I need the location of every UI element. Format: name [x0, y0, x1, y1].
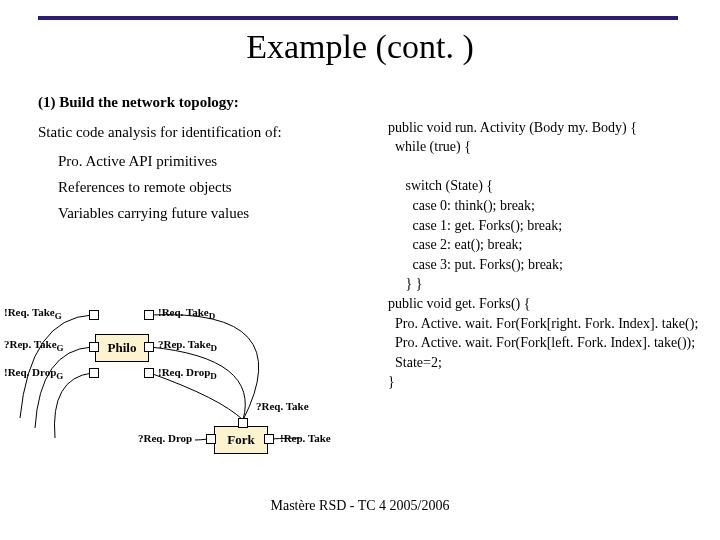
- code-line: State=2;: [388, 355, 442, 370]
- code-line: case 3: put. Forks(); break;: [388, 257, 563, 272]
- label-req-take-g: !Req. TakeG: [4, 306, 62, 321]
- code-line: case 1: get. Forks(); break;: [388, 218, 562, 233]
- label-req-drop: ?Req. Drop: [138, 432, 192, 444]
- port: [144, 310, 154, 320]
- code-line: case 0: think(); break;: [388, 198, 535, 213]
- slide-footer: Mastère RSD - TC 4 2005/2006: [0, 498, 720, 514]
- label-req-take-d: !Req. TakeD: [158, 306, 215, 321]
- port: [206, 434, 216, 444]
- label-req-drop-d: !Req. DropD: [158, 366, 217, 381]
- fork-node: Fork: [214, 426, 268, 454]
- code-line: }: [388, 374, 395, 389]
- topology-diagram: Philo Fork !Req. TakeG ?Rep. TakeG !Req.…: [0, 278, 360, 468]
- port: [264, 434, 274, 444]
- bullet-refs: References to remote objects: [58, 177, 368, 197]
- code-line: } }: [388, 276, 422, 291]
- label-req-drop-g: !Req. DropG: [4, 366, 63, 381]
- port: [144, 368, 154, 378]
- philo-node: Philo: [95, 334, 149, 362]
- code-line: public void get. Forks() {: [388, 296, 530, 311]
- step-heading: (1) Build the network topology:: [38, 92, 368, 112]
- left-column: (1) Build the network topology: Static c…: [38, 92, 368, 229]
- analysis-line: Static code analysis for identification …: [38, 122, 368, 142]
- port: [89, 310, 99, 320]
- code-snippet: public void run. Activity (Body my. Body…: [388, 98, 718, 392]
- code-line: while (true) {: [388, 139, 471, 154]
- port: [89, 368, 99, 378]
- bullet-futures: Variables carrying future values: [58, 203, 368, 223]
- port: [144, 342, 154, 352]
- code-line: Pro. Active. wait. For(Fork[left. Fork. …: [388, 335, 695, 350]
- slide-title: Example (cont. ): [0, 28, 720, 66]
- label-req-take: ?Req. Take: [256, 400, 309, 412]
- code-line: public void run. Activity (Body my. Body…: [388, 120, 637, 135]
- label-rep-take-g: ?Rep. TakeG: [4, 338, 64, 353]
- code-line: case 2: eat(); break;: [388, 237, 523, 252]
- port: [89, 342, 99, 352]
- code-line: Pro. Active. wait. For(Fork[right. Fork.…: [388, 316, 698, 331]
- label-rep-take: !Rep. Take: [280, 432, 331, 444]
- port: [238, 418, 248, 428]
- bullet-api: Pro. Active API primitives: [58, 151, 368, 171]
- header-accent-bar: [38, 16, 678, 20]
- code-line: switch (State) {: [388, 178, 493, 193]
- label-rep-take-d: ?Rep. TakeD: [158, 338, 217, 353]
